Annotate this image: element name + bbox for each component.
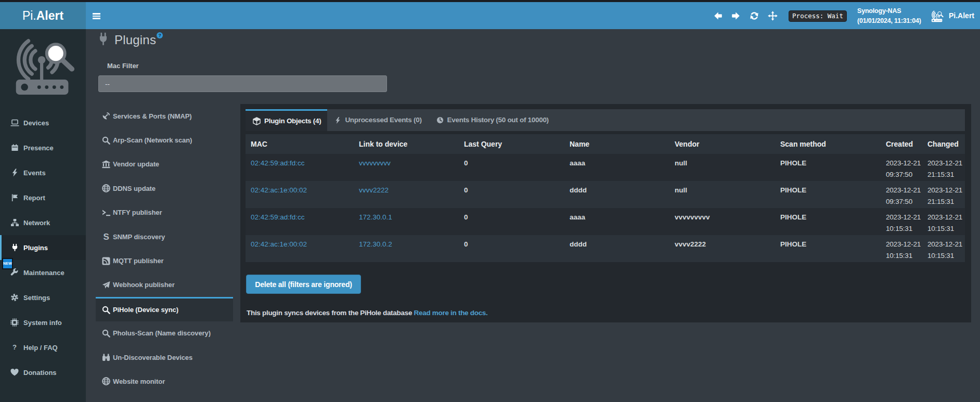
- cell-last-query: 0: [459, 235, 564, 262]
- table-header-row: MAC Link to device Last Query Name Vendo…: [246, 134, 965, 154]
- table-row: 02:42:59:ad:fd:cc 172.30.0.1 0 aaaa vvvv…: [246, 208, 965, 235]
- plugin-nav-mqtt-publisher[interactable]: MQTT publisher: [96, 249, 233, 273]
- col-header-link[interactable]: Link to device: [354, 134, 459, 154]
- university-icon: [101, 160, 110, 168]
- device-link[interactable]: 172.30.0.2: [359, 240, 392, 248]
- mac-link[interactable]: 02:42:59:ad:fd:cc: [251, 213, 305, 221]
- sidebar-item-donations[interactable]: Donations: [0, 360, 86, 385]
- cell-last-query: 0: [459, 154, 564, 181]
- plugin-nav-label: Un-Discoverable Devices: [113, 354, 192, 361]
- col-header-last-query[interactable]: Last Query: [459, 134, 564, 154]
- sidebar-item-help-faq[interactable]: Help / FAQ: [0, 335, 86, 360]
- mac-filter-label: Mac Filter: [107, 62, 139, 70]
- mac-link[interactable]: 02:42:59:ad:fd:cc: [251, 159, 305, 167]
- device-link[interactable]: 172.30.0.1: [359, 213, 392, 221]
- cell-vendor: vvvv2222: [669, 235, 775, 262]
- plugin-nav-label: SNMP discovery: [113, 233, 165, 241]
- sidebar-item-report[interactable]: Report: [0, 185, 86, 210]
- plugin-nav-label: NTFY publisher: [113, 209, 162, 216]
- move-icon[interactable]: [766, 2, 779, 29]
- sidebar-item-devices[interactable]: Devices: [0, 110, 86, 135]
- sidebar-item-events[interactable]: Events: [0, 160, 86, 185]
- docs-link[interactable]: Read more in the docs.: [414, 309, 488, 317]
- sidebar-item-network[interactable]: Network: [0, 210, 86, 235]
- col-header-vendor[interactable]: Vendor: [669, 134, 775, 154]
- bolt-icon: [334, 116, 341, 124]
- tab-events-history[interactable]: Events History (50 out of 10000): [429, 109, 556, 131]
- device-link[interactable]: vvvvvvvvv: [359, 159, 391, 167]
- back-arrow-icon[interactable]: [711, 2, 725, 29]
- window-top-strip: [0, 0, 980, 2]
- sidebar-item-plugins[interactable]: Plugins: [0, 235, 86, 260]
- sidebar-toggle-icon[interactable]: [93, 13, 100, 19]
- plugin-nav-snmp-discovery[interactable]: SNMP discovery: [96, 225, 233, 249]
- plugin-nav-pholus-scan[interactable]: Pholus-Scan (Name discovery): [96, 321, 233, 345]
- mac-link[interactable]: 02:42:ac:1e:00:02: [251, 240, 307, 248]
- host-info: Synology-NAS (01/01/2024, 11:31:04): [857, 6, 921, 26]
- brand-prefix: Pi.: [22, 9, 36, 22]
- plugin-nav-webhook-publisher[interactable]: Webhook publisher: [96, 273, 233, 297]
- clock-icon: [436, 116, 444, 124]
- plugin-nav-vendor-update[interactable]: Vendor update: [96, 152, 233, 176]
- user-menu[interactable]: Pi.Alert: [930, 2, 974, 29]
- sidebar-item-system-info[interactable]: System info: [0, 310, 86, 335]
- laptop-icon: [9, 119, 20, 127]
- col-header-created[interactable]: Created: [881, 134, 922, 154]
- cell-scan-method: PIHOLE: [775, 154, 881, 181]
- globe-icon: [101, 377, 110, 385]
- plugin-nav-pihole-device-sync[interactable]: PiHole (Device sync): [96, 297, 233, 321]
- cell-last-query: 0: [459, 208, 564, 235]
- navbar-main: Process: Wait Synology-NAS (01/01/2024, …: [86, 2, 980, 29]
- cube-icon: [253, 117, 261, 125]
- cell-changed: 2023-12-2110:15:31: [922, 208, 965, 235]
- cell-vendor: null: [669, 154, 775, 181]
- sidebar-item-presence[interactable]: Presence: [0, 135, 86, 160]
- tab-bar: Plugin Objects (4) Unprocessed Events (0…: [246, 109, 965, 131]
- col-header-mac[interactable]: MAC: [246, 134, 354, 154]
- sidebar-item-label: Network: [23, 219, 50, 227]
- page-header: Plugins ?: [98, 31, 162, 49]
- plugin-nav-ntfy-publisher[interactable]: NTFY publisher: [96, 201, 233, 225]
- tab-label: Events History (50 out of 10000): [447, 109, 549, 131]
- stripe-s-icon: [101, 232, 110, 241]
- cell-created: 2023-12-2110:15:31: [881, 235, 922, 262]
- table-row: 02:42:59:ad:fd:cc vvvvvvvvv 0 aaaa null …: [246, 154, 965, 181]
- help-badge[interactable]: ?: [157, 32, 163, 38]
- binoculars-icon: [101, 353, 110, 361]
- plugin-nav-label: PiHole (Device sync): [113, 306, 178, 314]
- plugin-card: Plugin Objects (4) Unprocessed Events (0…: [240, 104, 971, 322]
- plugin-nav-services-ports[interactable]: Services & Ports (NMAP): [96, 104, 233, 128]
- refresh-icon[interactable]: [747, 2, 761, 29]
- sidebar-item-label: Presence: [23, 144, 54, 152]
- col-header-name[interactable]: Name: [564, 134, 669, 154]
- plugin-nav-arp-scan[interactable]: Arp-Scan (Network scan): [96, 128, 233, 152]
- cell-changed: 2023-12-2121:15:31: [922, 181, 965, 208]
- mac-link[interactable]: 02:42:ac:1e:00:02: [251, 186, 307, 194]
- plugin-nav-undiscoverable-devices[interactable]: Un-Discoverable Devices: [96, 345, 233, 369]
- forward-arrow-icon[interactable]: [729, 2, 742, 29]
- brand[interactable]: Pi.Alert: [0, 2, 86, 29]
- cell-name: dddd: [564, 181, 669, 208]
- terminal-icon: [101, 209, 110, 217]
- mac-filter-input[interactable]: [98, 75, 387, 92]
- plugin-nav-label: Services & Ports (NMAP): [113, 112, 192, 120]
- plugin-nav-website-monitor[interactable]: Website monitor: [96, 369, 233, 393]
- col-header-changed[interactable]: Changed: [922, 134, 965, 154]
- cell-changed: 2023-12-2110:15:31: [922, 235, 965, 262]
- sidebar-item-settings[interactable]: Settings: [0, 285, 86, 310]
- plugin-nav-label: DDNS update: [113, 185, 156, 192]
- process-status-badge: Process: Wait: [789, 10, 847, 22]
- sidebar-item-label: Plugins: [23, 244, 48, 252]
- cell-name: aaaa: [564, 208, 669, 235]
- col-header-scan-method[interactable]: Scan method: [775, 134, 881, 154]
- plugin-description-text: This plugin syncs devices from the PiHol…: [247, 309, 414, 317]
- device-link[interactable]: vvvv2222: [359, 186, 389, 194]
- search-icon: [101, 136, 110, 145]
- tab-plugin-objects[interactable]: Plugin Objects (4): [246, 109, 327, 131]
- cell-scan-method: PIHOLE: [775, 181, 881, 208]
- question-icon: [9, 343, 20, 352]
- delete-all-button[interactable]: Delete all (filters are ignored): [246, 275, 361, 294]
- sidebar-item-label: Maintenance: [23, 269, 65, 277]
- tab-unprocessed-events[interactable]: Unprocessed Events (0): [327, 109, 429, 131]
- plugin-nav-ddns-update[interactable]: DDNS update: [96, 176, 233, 200]
